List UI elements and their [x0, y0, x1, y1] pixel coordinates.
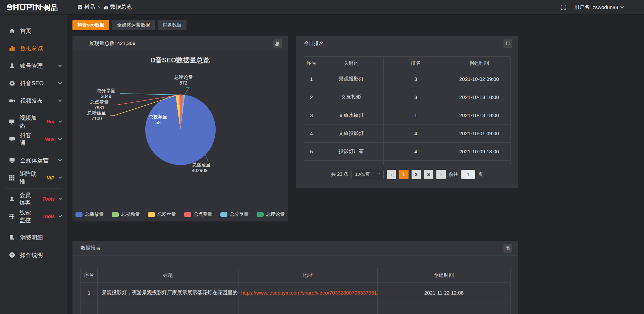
pie-label-plays: 总播放量 402909 [192, 162, 225, 173]
chevron-down-icon [58, 81, 62, 84]
user-icon [9, 196, 15, 202]
sidebar-item-member-bake[interactable]: 会员爆客 Tools [0, 190, 67, 208]
page-size-select[interactable]: 10条/页 [352, 170, 384, 179]
sidebar-divider [5, 150, 61, 150]
page-button-2[interactable]: 2 [412, 170, 421, 179]
pie-label-fans: 总粉丝量 7100 [81, 110, 112, 121]
next-page-button[interactable]: › [436, 170, 446, 179]
table-row: 1 景观投影灯 3 2021-10-02 09:00 [304, 70, 511, 88]
pie-label-shares: 总分享量 3049 [91, 88, 121, 99]
chevron-down-icon [58, 137, 62, 140]
top-header: SHUPIN 树品 树品 > 数据总览 用户名: zswodun88 [0, 0, 644, 15]
monitor-icon [9, 157, 15, 163]
chevron-down-icon [58, 119, 62, 123]
sidebar-item-account[interactable]: 账号管理 [0, 57, 67, 74]
video-link[interactable]: https://www.iesdouyin.com/share/video/70… [241, 290, 378, 296]
page-button-3[interactable]: 3 [424, 170, 433, 179]
pie-label-likes: 总点赞量 7681 [84, 99, 115, 111]
page-button-1[interactable]: 1 [399, 170, 409, 179]
sidebar-item-matrix-boost[interactable]: 矩阵助推 VIP [0, 169, 67, 187]
total-view-button[interactable]: 总 [273, 39, 282, 48]
tab-inquiry-data[interactable]: 询盘数据 [158, 20, 186, 30]
legend-item-plays[interactable]: 总播放量 [75, 211, 104, 217]
pie-graphic[interactable] [145, 95, 216, 165]
goto-page-input[interactable] [461, 170, 475, 179]
table-row: 3 文旅水纹灯 1 2021-10-13 18:00 [304, 106, 511, 124]
hot-badge: Hot [47, 119, 54, 124]
tab-douyin-seo-data[interactable]: 抖音seo数据 [72, 20, 109, 30]
breadcrumb-current[interactable]: 数据总览 [104, 4, 132, 11]
chevron-down-icon [59, 214, 62, 217]
monitor-icon [9, 119, 15, 125]
table-header-row: 序号 关键词 排名 创建时间 [304, 57, 511, 70]
grid-icon [9, 175, 15, 181]
report-panel-header: 数据报表 表 [72, 241, 518, 256]
fullscreen-button[interactable] [561, 5, 566, 10]
video-title-cell: 景观投影灯，夜游景观投影灯厂家展示展示落花灯在花园里的灯光投影应用效果 # [98, 283, 238, 303]
table-row: 1 景观投影灯，夜游景观投影灯厂家展示展示落花灯在花园里的灯光投影应用效果 # … [81, 283, 511, 303]
chevron-down-icon [620, 6, 624, 8]
goto-label: 前往 [449, 171, 458, 177]
video-camera-icon [9, 98, 15, 104]
receipt-pen-icon [9, 234, 15, 241]
sidebar-item-consume-detail[interactable]: 消费明细 [0, 229, 67, 246]
prev-page-button[interactable]: ‹ [387, 170, 396, 179]
gear-icon [9, 80, 15, 86]
pagination: 共 23 条 10条/页 ‹ 1 2 3 › 前往 页 [296, 170, 518, 179]
vip-badge: VIP [47, 175, 54, 180]
sidebar-item-douyin-seo[interactable]: 抖音SEO [0, 74, 67, 92]
legend-item-likes[interactable]: 总点赞量 [184, 211, 212, 217]
chart-title: D音SEO数据量总览 [72, 56, 288, 65]
chevron-down-icon [58, 98, 62, 102]
report-table: 序号 标题 地址 创建时间 1 景观投影灯，夜游景观投影灯厂家展示展示落花灯在花… [80, 268, 511, 314]
legend-item-comments[interactable]: 总评论量 [257, 211, 285, 217]
sidebar-item-home[interactable]: 首页 [0, 22, 67, 40]
chevron-down-icon [377, 171, 380, 174]
bar-chart-icon [9, 45, 15, 51]
sidebar-item-data-overview[interactable]: 数据总览 [0, 40, 67, 57]
legend-item-shares[interactable]: 总分享量 [220, 211, 249, 217]
impressions-total: 展现量总数: 421,369 [89, 40, 136, 47]
data-report-panel: 数据报表 表 序号 标题 地址 创建时间 1 景观投影灯，夜游景观投影灯厂家展示… [72, 241, 518, 314]
user-menu[interactable]: 用户名: zswodun88 [574, 4, 624, 10]
legend-swatch [148, 212, 155, 217]
tab-omnimedia-data[interactable]: 全媒体运营数据 [112, 20, 155, 30]
sidebar-item-video-heat[interactable]: 视频加热 Hot [0, 113, 67, 130]
sidebar-item-video-publish[interactable]: 视频发布 [0, 92, 67, 109]
breadcrumb: 树品 > 数据总览 [78, 4, 132, 11]
home-icon [9, 28, 15, 34]
sidebar-divider [5, 111, 61, 111]
app-square-icon [78, 5, 82, 9]
breadcrumb-root[interactable]: 树品 [78, 4, 95, 11]
table-header-row: 序号 标题 地址 创建时间 [81, 268, 511, 283]
sidebar-item-douketong[interactable]: 抖客通 New [0, 130, 67, 148]
sidebar-item-omnimedia[interactable]: 全媒体运营 [0, 152, 67, 169]
bar-chart-icon [104, 5, 108, 9]
sidebar-item-clue-monitor[interactable]: 线索监控 Tools [0, 208, 67, 225]
legend-item-videos[interactable]: 总视频量 [112, 211, 140, 217]
breadcrumb-separator: > [98, 5, 101, 10]
chart-panel-header: 展现量总数: 421,369 总 [72, 36, 288, 51]
legend-swatch [220, 212, 227, 217]
sliders-icon [9, 213, 15, 219]
table-view-button[interactable]: 表 [503, 244, 512, 253]
fullscreen-icon [561, 5, 566, 10]
legend-swatch [184, 212, 191, 217]
legend-item-fans[interactable]: 总粉丝量 [148, 211, 176, 217]
report-panel-title: 数据报表 [80, 245, 101, 251]
legend-swatch [257, 212, 264, 217]
tools-badge: Tools [42, 214, 55, 219]
chevron-down-icon [59, 197, 62, 200]
chart-legend: 总播放量 总视频量 总粉丝量 总点赞量 总分享量 总评论量 [72, 211, 288, 217]
chevron-down-icon [58, 175, 62, 179]
daily-view-button[interactable]: 日 [503, 39, 512, 48]
sidebar-divider [5, 227, 61, 227]
chevron-down-icon [58, 63, 62, 67]
app-logo[interactable]: SHUPIN 树品 [0, 3, 67, 12]
table-row-clipped [304, 161, 511, 165]
chevron-down-icon [58, 158, 62, 161]
sidebar-item-instructions[interactable]: ? 操作说明 [0, 246, 67, 264]
legend-swatch [112, 212, 119, 217]
table-row-clipped [81, 303, 511, 314]
legend-swatch [75, 212, 83, 217]
